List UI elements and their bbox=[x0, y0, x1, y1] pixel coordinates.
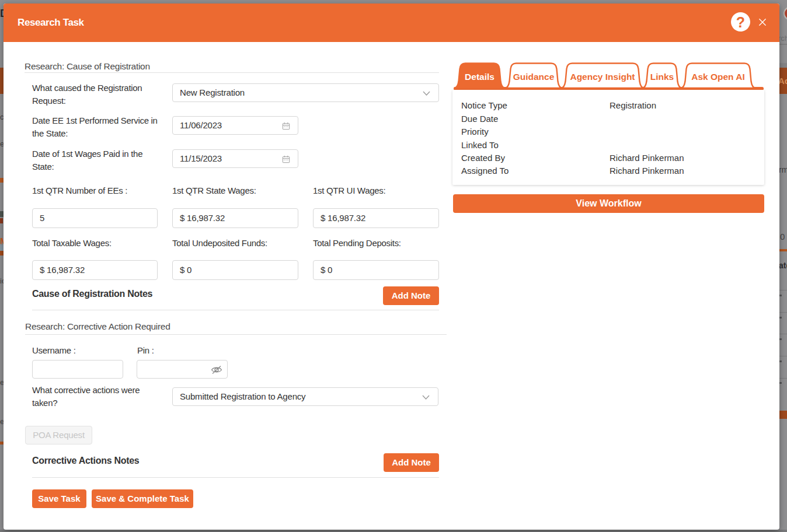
svg-text:Guidance: Guidance bbox=[513, 72, 555, 82]
svg-text:Agency Insight: Agency Insight bbox=[570, 72, 635, 82]
svg-text:Details: Details bbox=[465, 72, 495, 82]
svg-text:Ask Open AI: Ask Open AI bbox=[691, 72, 745, 82]
svg-text:Links: Links bbox=[650, 72, 674, 82]
